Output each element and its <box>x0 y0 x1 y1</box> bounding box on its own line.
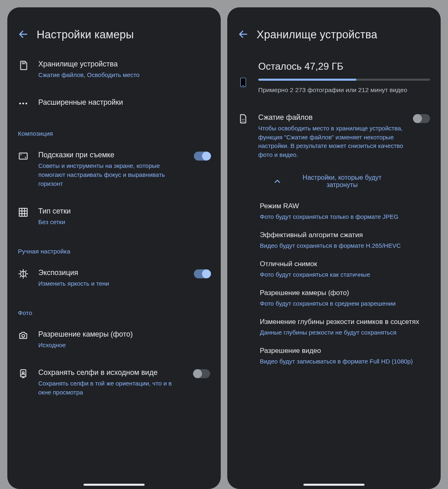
toggle-exposure[interactable] <box>194 269 210 278</box>
row-storage[interactable]: Хранилище устройства Сжатие файлов, Осво… <box>18 50 210 88</box>
row-compress[interactable]: Сжатие файлов Чтобы освободить место в х… <box>238 99 430 168</box>
svg-point-15 <box>244 121 244 121</box>
row-title: Сжатие файлов <box>258 112 404 122</box>
appbar: Настройки камеры <box>7 7 221 50</box>
row-title: Сохранять селфи в исходном виде <box>38 368 184 377</box>
affected-sub: Данные глубины резкости не будут сохраня… <box>260 328 430 337</box>
affected-expander[interactable]: Настройки, которые будут затронуты <box>238 168 430 197</box>
row-advanced[interactable]: Расширенные настройки <box>18 88 210 118</box>
svg-rect-6 <box>19 208 27 216</box>
affected-title: Разрешение камеры (фото) <box>260 289 430 298</box>
exposure-icon <box>18 269 29 279</box>
storage-estimate: Примерно 2 273 фотографии или 212 минут … <box>258 86 430 95</box>
affected-sub: Видео будут записываться в формате Full … <box>260 357 430 366</box>
svg-point-5 <box>25 157 26 158</box>
affected-item: Разрешение камеры (фото) Фото будут сохр… <box>260 284 430 313</box>
row-hints[interactable]: Подсказки при съемке Советы и инструмент… <box>18 141 210 197</box>
affected-title: Разрешение видео <box>260 346 430 356</box>
row-subtitle: Чтобы освободить место в хранилище устро… <box>258 124 404 159</box>
grid-icon <box>18 207 29 218</box>
more-icon <box>18 98 29 109</box>
row-grid[interactable]: Тип сетки Без сетки <box>18 197 210 236</box>
row-subtitle: Без сетки <box>38 218 210 227</box>
sd-card-icon <box>18 60 29 70</box>
row-subtitle: Изменить яркость и тени <box>38 279 184 288</box>
toggle-hints[interactable] <box>194 152 210 161</box>
affected-item: Эффективный алгоритм сжатия Видео будут … <box>260 226 430 255</box>
page-title: Настройки камеры <box>37 29 134 41</box>
svg-point-2 <box>25 103 27 104</box>
affected-sub: Фото будут сохраняться в среднем разреше… <box>260 299 430 308</box>
row-subtitle: Советы и инструменты на экране, которые … <box>38 161 184 188</box>
svg-point-1 <box>22 103 24 104</box>
storage-summary: Осталось 47,29 ГБ Примерно 2 273 фотогра… <box>238 50 430 99</box>
svg-point-8 <box>22 334 25 337</box>
affected-item: Отличный снимок Фото будут сохраняться к… <box>260 255 430 284</box>
row-title: Хранилище устройства <box>38 59 210 69</box>
sim-icon <box>238 113 248 124</box>
chevron-up-icon <box>273 177 282 186</box>
affected-item: Изменение глубины резкости снимков в соц… <box>260 313 430 341</box>
section-composition: Композиция <box>18 118 210 141</box>
row-selfie[interactable]: Сохранять селфи в исходном виде Сохранят… <box>18 359 210 406</box>
svg-point-14 <box>242 121 243 121</box>
row-subtitle: Сжатие файлов, Освободить место <box>38 70 210 79</box>
affected-sub: Фото будут сохраняться только в формате … <box>260 212 430 221</box>
svg-rect-3 <box>19 153 27 159</box>
affected-list: Режим RAW Фото будут сохраняться только … <box>238 197 430 370</box>
page-title: Хранилище устройства <box>257 29 377 41</box>
back-icon[interactable] <box>18 29 29 41</box>
toggle-compress[interactable] <box>414 114 430 123</box>
row-subtitle: Исходное <box>38 341 210 350</box>
row-title: Разрешение камеры (фото) <box>38 329 210 339</box>
row-title: Тип сетки <box>38 206 210 216</box>
home-indicator[interactable] <box>303 484 365 486</box>
affected-sub: Видео будут сохраняться в формате H.265/… <box>260 241 430 250</box>
affected-item: Разрешение видео Видео будут записыватьс… <box>260 341 430 370</box>
row-exposure[interactable]: Экспозиция Изменить яркость и тени <box>18 259 210 297</box>
row-title: Экспозиция <box>38 268 184 278</box>
section-photo: Фото <box>18 297 210 320</box>
section-manual: Ручная настройка <box>18 236 210 259</box>
settings-list: Хранилище устройства Сжатие файлов, Осво… <box>7 50 221 489</box>
storage-progress-fill <box>258 79 356 81</box>
phone-icon <box>238 77 248 88</box>
selfie-icon <box>18 368 29 379</box>
svg-point-13 <box>244 119 244 120</box>
storage-content: Осталось 47,29 ГБ Примерно 2 273 фотогра… <box>227 50 441 489</box>
storage-progress <box>258 79 430 81</box>
row-subtitle: Сохранять селфи в той же ориентации, что… <box>38 379 184 397</box>
expander-label: Настройки, которые будут затронуты <box>289 174 395 189</box>
storage-remaining: Осталось 47,29 ГБ <box>258 61 430 72</box>
appbar: Хранилище устройства <box>227 7 441 50</box>
toggle-selfie[interactable] <box>194 369 210 378</box>
affected-title: Эффективный алгоритм сжатия <box>260 231 430 240</box>
svg-point-4 <box>20 154 22 155</box>
affected-title: Режим RAW <box>260 202 430 211</box>
svg-point-12 <box>242 119 243 120</box>
affected-sub: Фото будут сохраняться как статичные <box>260 270 430 279</box>
right-phone: Хранилище устройства Осталось 47,29 ГБ П… <box>227 7 441 489</box>
affected-item: Режим RAW Фото будут сохраняться только … <box>260 197 430 226</box>
frame-icon <box>18 151 29 161</box>
affected-title: Изменение глубины резкости снимков в соц… <box>260 317 430 327</box>
camera-icon <box>18 330 29 341</box>
row-resolution[interactable]: Разрешение камеры (фото) Исходное <box>18 320 210 359</box>
svg-point-0 <box>19 103 21 104</box>
svg-point-10 <box>22 372 24 374</box>
home-indicator[interactable] <box>83 484 145 486</box>
affected-title: Отличный снимок <box>260 260 430 269</box>
svg-rect-9 <box>21 370 26 377</box>
left-phone: Настройки камеры Хранилище устройства Сж… <box>7 7 221 489</box>
row-title: Расширенные настройки <box>38 97 210 107</box>
row-title: Подсказки при съемке <box>38 150 184 160</box>
back-icon[interactable] <box>238 29 248 41</box>
